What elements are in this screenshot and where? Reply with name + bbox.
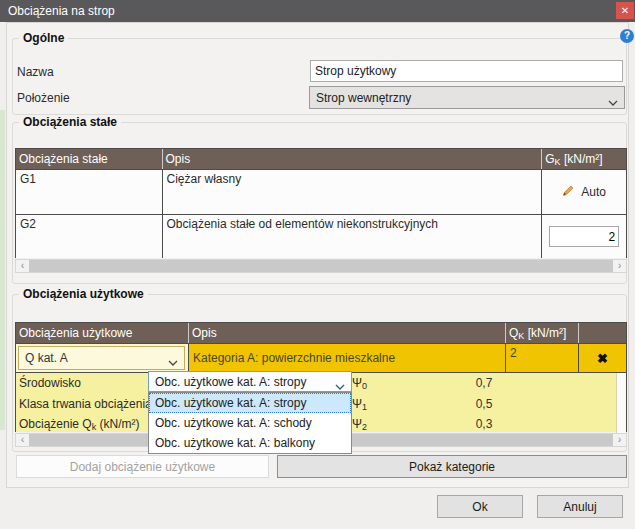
horizontal-scrollbar: ‹ › bbox=[15, 259, 627, 273]
load-value-cell: Auto bbox=[542, 170, 626, 214]
general-group: Ogólne Nazwa Położenie Strop wewnętrzny bbox=[12, 38, 627, 115]
dropdown-option[interactable]: Obc. użytkowe kat. A: balkony bbox=[149, 433, 351, 453]
close-icon[interactable]: ✕ bbox=[616, 2, 634, 19]
col-header-desc: Opis bbox=[189, 323, 506, 343]
delete-row-icon[interactable]: ✖ bbox=[579, 344, 626, 372]
name-label: Nazwa bbox=[17, 65, 54, 79]
environment-label: Środowisko bbox=[19, 376, 81, 390]
load-dialog: Obciążenia na strop ✕ ? Ogólne Nazwa Poł… bbox=[0, 0, 635, 529]
permanent-loads-group: Obciążenia stałe Obciążenia stałe Opis G… bbox=[12, 122, 627, 284]
table-row: G1 Ciężar własny Auto bbox=[16, 169, 626, 214]
scroll-left-icon[interactable]: ‹ bbox=[16, 260, 29, 272]
scroll-left-icon[interactable]: ‹ bbox=[16, 434, 29, 446]
cancel-button[interactable]: Anuluj bbox=[537, 495, 623, 518]
duration-label: Klasa trwania obciążenia bbox=[19, 397, 152, 411]
location-label: Położenie bbox=[17, 91, 70, 105]
live-loads-title: Obciążenia użytkowe bbox=[19, 287, 148, 301]
show-categories-button[interactable]: Pokaż kategorie bbox=[277, 455, 627, 478]
window-title: Obciążenia na strop bbox=[8, 0, 115, 22]
auto-value: Auto bbox=[581, 185, 606, 199]
load-value-cell bbox=[542, 215, 626, 258]
background-bleed bbox=[0, 110, 5, 430]
general-group-title: Ogólne bbox=[19, 31, 68, 45]
qk-value: 2 bbox=[506, 344, 579, 372]
live-load-row: Q kat. A Kategoria A: powierzchnie miesz… bbox=[16, 343, 626, 372]
table-row: G2 Obciążenia stałe od elementów niekons… bbox=[16, 214, 626, 258]
category-variant-value: Obc. użytkowe kat. A: stropy bbox=[155, 375, 306, 389]
category-select[interactable]: Q kat. A bbox=[18, 346, 185, 370]
permanent-loads-title: Obciążenia stałe bbox=[19, 115, 121, 129]
load-desc: Ciężar własny bbox=[163, 170, 543, 214]
col-header-actions bbox=[579, 323, 626, 343]
psi2-value: 0,3 bbox=[352, 417, 616, 431]
title-bar: Obciążenia na strop ✕ bbox=[0, 0, 635, 22]
ok-button[interactable]: Ok bbox=[437, 495, 523, 518]
psi1-value: 0,5 bbox=[352, 397, 616, 411]
col-header-name: Obciążenia użytkowe bbox=[16, 323, 189, 343]
scroll-right-icon[interactable]: › bbox=[613, 260, 626, 272]
category-select-value: Q kat. A bbox=[25, 351, 68, 365]
load-id: G1 bbox=[16, 170, 163, 214]
chevron-down-icon bbox=[168, 355, 178, 369]
category-variant-select[interactable]: Obc. użytkowe kat. A: stropy bbox=[148, 371, 352, 392]
name-input[interactable] bbox=[310, 60, 623, 82]
category-desc: Kategoria A: powierzchnie mieszkalne bbox=[189, 344, 506, 372]
category-variant-dropdown: Obc. użytkowe kat. A: stropy Obc. użytko… bbox=[148, 392, 352, 454]
col-header-desc: Opis bbox=[163, 149, 543, 169]
permanent-loads-table: Obciążenia stałe Opis GK [kN/m²] G1 Cięż… bbox=[15, 148, 627, 258]
chevron-down-icon bbox=[608, 95, 618, 109]
category-cell: Q kat. A bbox=[16, 344, 189, 372]
col-header-gk: GK [kN/m²] bbox=[542, 149, 626, 169]
live-table-header: Obciążenia użytkowe Opis QK [kN/m²] bbox=[16, 323, 626, 343]
help-icon[interactable]: ? bbox=[620, 29, 634, 43]
location-select-value: Strop wewnętrzny bbox=[316, 91, 411, 105]
col-header-name: Obciążenia stałe bbox=[16, 149, 163, 169]
gk-value-input[interactable] bbox=[549, 226, 619, 247]
load-id: G2 bbox=[16, 215, 163, 258]
scroll-right-icon[interactable]: › bbox=[613, 434, 626, 446]
load-desc: Obciążenia stałe od elementów niekonstru… bbox=[163, 215, 543, 258]
edit-pencil-icon[interactable] bbox=[562, 184, 575, 200]
col-header-qk: QK [kN/m²] bbox=[506, 323, 579, 343]
add-live-load-button: Dodaj obciążenie użytkowe bbox=[16, 455, 269, 478]
dropdown-option[interactable]: Obc. użytkowe kat. A: stropy bbox=[149, 393, 351, 413]
scrollbar-thumb[interactable] bbox=[29, 260, 613, 272]
chevron-down-icon bbox=[335, 379, 345, 393]
detail-panel-right-gutter bbox=[616, 373, 626, 433]
load-qk-label: Obciążenie Qk (kN/m²) bbox=[19, 417, 140, 432]
permanent-table-header: Obciążenia stałe Opis GK [kN/m²] bbox=[16, 149, 626, 169]
dropdown-option[interactable]: Obc. użytkowe kat. A: schody bbox=[149, 413, 351, 433]
location-select[interactable]: Strop wewnętrzny bbox=[309, 86, 625, 109]
psi0-value: 0,7 bbox=[352, 376, 616, 390]
